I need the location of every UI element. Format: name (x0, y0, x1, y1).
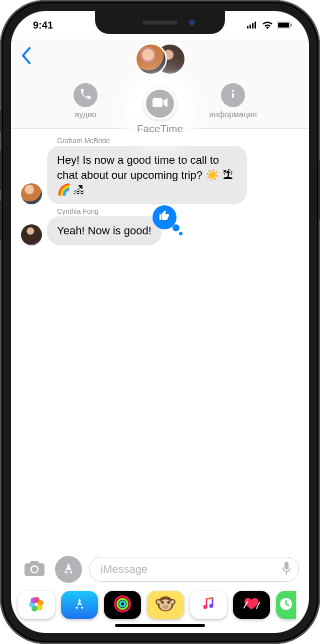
svg-rect-0 (247, 26, 248, 29)
input-placeholder: iMessage (100, 563, 282, 576)
svg-point-19 (30, 597, 36, 603)
svg-point-11 (32, 567, 38, 572)
svg-point-16 (36, 604, 42, 610)
camera-icon (24, 559, 46, 579)
video-icon (152, 98, 168, 110)
avatar (21, 183, 42, 204)
app-strip[interactable] (11, 589, 309, 624)
appstore-icon (62, 561, 76, 577)
svg-point-7 (232, 90, 234, 92)
avatar (21, 224, 42, 245)
svg-point-31 (162, 605, 168, 609)
status-time: 9:41 (33, 20, 53, 31)
message-bubble[interactable]: Yeah! Now is good! (47, 216, 162, 245)
audio-call-button[interactable]: аудио (63, 83, 108, 119)
screen: 9:41 (11, 11, 309, 633)
chat-header: аудио FaceTime информация (11, 39, 309, 129)
input-bar: iMessage (11, 551, 309, 589)
cellular-signal-icon (247, 22, 258, 29)
volume-up-button (0, 150, 1, 190)
app-chip-more[interactable] (276, 591, 296, 619)
speaker-grille (142, 21, 178, 25)
facetime-button[interactable]: FaceTime (125, 76, 195, 146)
svg-rect-6 (290, 24, 292, 27)
tapback-thumbs-up[interactable] (152, 205, 176, 229)
apps-button[interactable] (55, 556, 82, 583)
wifi-icon (262, 21, 273, 29)
music-note-icon (202, 597, 216, 613)
message-input[interactable]: iMessage (89, 557, 299, 582)
svg-point-26 (157, 600, 160, 604)
conversation-list[interactable]: Graham McBride Hey! Is now a good time t… (11, 129, 309, 551)
phone-frame: 9:41 (0, 0, 320, 644)
avatar (135, 43, 167, 75)
svg-point-27 (171, 600, 174, 604)
camera-button[interactable] (21, 556, 48, 583)
clock-icon (278, 596, 294, 613)
chat-avatars[interactable] (21, 43, 299, 77)
svg-point-30 (168, 601, 170, 604)
thumbs-up-icon (158, 209, 170, 225)
volume-down-button (0, 200, 1, 240)
message-bubble[interactable]: Hey! Is now a good time to call to chat … (47, 146, 247, 204)
microphone-icon (282, 568, 292, 577)
svg-rect-2 (252, 23, 254, 29)
back-button[interactable] (21, 47, 31, 66)
heart-sketch-icon (242, 596, 262, 613)
svg-point-29 (162, 601, 164, 604)
svg-rect-8 (232, 93, 234, 98)
message-row: Hey! Is now a good time to call to chat … (21, 146, 299, 204)
activity-rings-icon (114, 595, 132, 615)
app-chip-photos[interactable] (18, 591, 55, 619)
app-chip-music[interactable] (190, 591, 227, 619)
front-camera (189, 20, 195, 26)
battery-icon (277, 22, 292, 29)
mute-switch (0, 110, 1, 132)
message-row: Yeah! Now is good! (21, 216, 299, 245)
svg-point-22 (120, 601, 125, 606)
notch (95, 11, 225, 34)
app-chip-digital-touch[interactable] (233, 591, 270, 619)
app-chip-appstore[interactable] (61, 591, 98, 619)
sender-label: Cynthia Fong (57, 207, 299, 215)
svg-point-33 (210, 604, 214, 608)
svg-rect-1 (250, 25, 251, 29)
svg-rect-3 (254, 22, 256, 29)
svg-point-32 (204, 605, 208, 609)
app-chip-animoji[interactable] (147, 591, 184, 619)
dictate-button[interactable] (282, 561, 292, 577)
home-indicator[interactable] (115, 624, 205, 627)
monkey-face-icon (156, 594, 176, 616)
appstore-a-icon (72, 596, 87, 613)
svg-rect-9 (152, 98, 162, 107)
svg-rect-5 (278, 23, 289, 28)
info-icon (228, 89, 238, 102)
svg-rect-12 (284, 562, 288, 569)
info-button[interactable]: информация (209, 83, 256, 119)
app-chip-activity[interactable] (104, 591, 141, 619)
phone-icon (80, 89, 91, 102)
photos-icon (28, 596, 44, 614)
